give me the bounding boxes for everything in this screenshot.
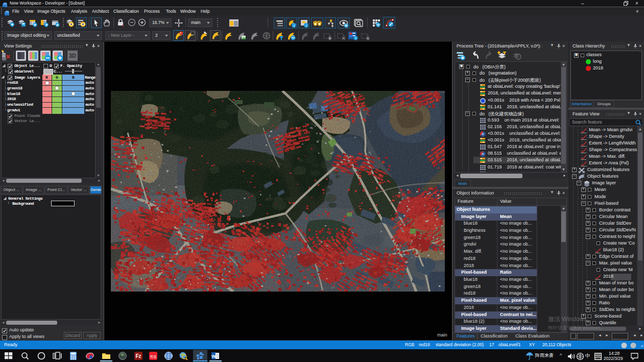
svg-text:Fz: Fz [135,353,141,359]
svg-text:有道: 有道 [150,355,157,358]
svg-text:i: i [305,23,306,28]
svg-text:W: W [211,354,216,359]
svg-text:i: i [293,23,294,28]
